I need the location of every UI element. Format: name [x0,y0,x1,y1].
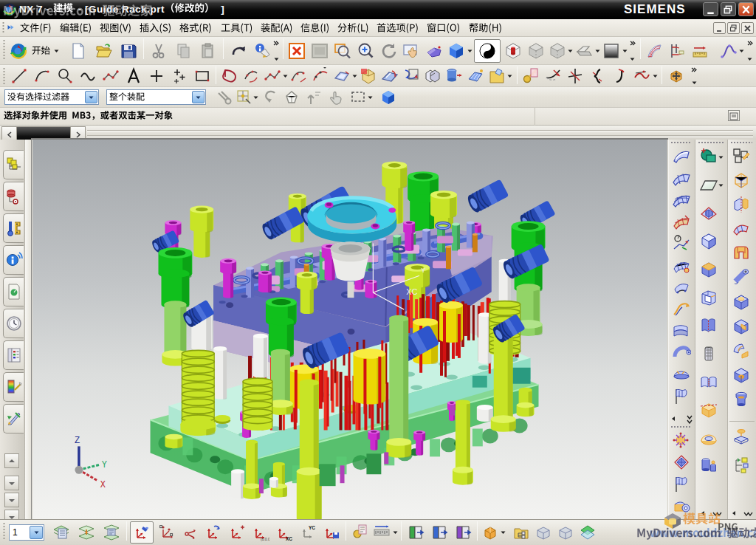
svg-text:X: X [100,480,106,490]
svg-text:(0.0.0): (0.0.0) [261,537,269,541]
svg-text:Y: Y [102,460,107,470]
svg-text:YC: YC [309,525,315,530]
svg-text:Z: Z [75,436,80,446]
svg-text:XC: XC [286,536,292,541]
svg-text:Y: Y [421,266,426,274]
svg-text:XC: XC [406,287,417,296]
